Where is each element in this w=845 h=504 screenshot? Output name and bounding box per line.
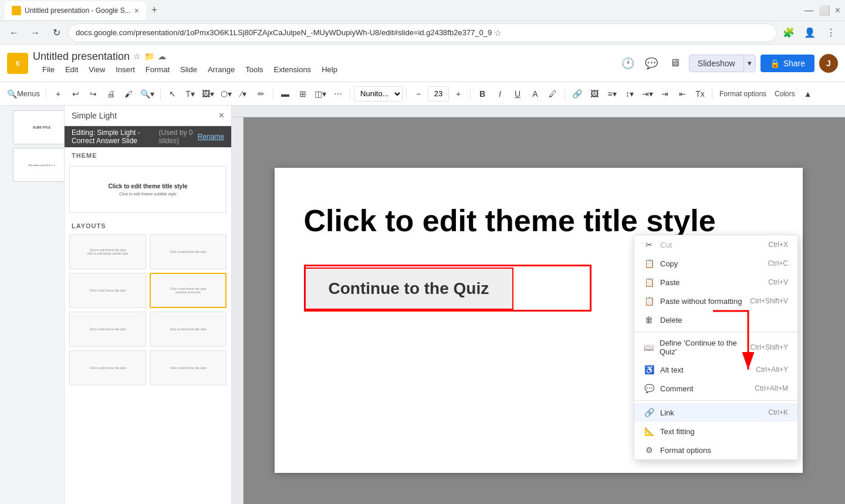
menu-help[interactable]: Help (317, 63, 342, 76)
layout-thumb-8[interactable]: Click to edit theme title style (150, 350, 227, 385)
ctx-comment[interactable]: 💬 Comment Ctrl+Alt+M (634, 379, 797, 398)
slide-button-container[interactable]: Continue to the Quiz (304, 268, 514, 310)
address-bar[interactable]: docs.google.com/presentation/d/1oPmx3O6K… (68, 23, 777, 42)
menu-file[interactable]: File (38, 63, 59, 76)
colors-button[interactable]: Colors (771, 86, 799, 102)
menu-tools[interactable]: Tools (241, 63, 268, 76)
search-menus-button[interactable]: 🔍 Menus (5, 86, 42, 102)
layout-thumb-7[interactable]: Click to edit theme title style (69, 350, 146, 385)
rename-button[interactable]: Rename (198, 133, 224, 141)
bookmark-icon[interactable]: ☆ (494, 28, 502, 38)
increase-indent-button[interactable]: ⇥ (657, 86, 673, 102)
star-icon[interactable]: ☆ (133, 52, 141, 61)
menu-slide[interactable]: Slide (175, 63, 202, 76)
presentation-title[interactable]: Untitled presentation (33, 50, 130, 63)
format-options-button[interactable]: Format options (716, 86, 770, 102)
add-slide-button[interactable]: + (50, 86, 66, 102)
comment-icon[interactable]: 💬 (642, 54, 661, 73)
transition-button[interactable]: ⋯ (330, 86, 346, 102)
redo-button[interactable]: ↪ (85, 86, 102, 102)
layout-thumb-3[interactable]: Click to edit theme title style (69, 273, 146, 308)
layout-thumb-6[interactable]: Click to edit theme title style (150, 312, 227, 347)
layout-thumb-4[interactable]: Click to edit theme title stylecontinue … (150, 273, 227, 308)
tab-close-icon[interactable]: × (134, 6, 139, 15)
font-color-button[interactable]: A (527, 86, 543, 102)
ctx-alt-text-shortcut: Ctrl+Alt+Y (756, 366, 788, 374)
slideshow-button[interactable]: Slideshow (689, 55, 743, 72)
new-tab-button[interactable]: + (146, 2, 163, 19)
decrease-indent-button[interactable]: ⇤ (674, 86, 691, 102)
layout-thumb-1[interactable]: Click to edit theme title styleClick to … (69, 234, 146, 269)
active-tab[interactable]: Untitled presentation - Google S... × (5, 1, 146, 20)
undo-button[interactable]: ↩ (67, 86, 84, 102)
indent-button[interactable]: ⇥▾ (639, 86, 655, 102)
cloud-save-icon[interactable]: ☁ (158, 52, 166, 61)
bold-button[interactable]: B (474, 86, 491, 102)
layout-thumb-2[interactable]: Click to edit theme title style (150, 234, 227, 269)
menu-edit[interactable]: Edit (60, 63, 83, 76)
paint-format-button[interactable]: 🖌 (120, 86, 137, 102)
menu-insert[interactable]: Insert (111, 63, 140, 76)
link-button[interactable]: 🔗 (569, 86, 585, 102)
zoom-button[interactable]: 🔍▾ (138, 86, 157, 102)
align-left-button[interactable]: ≡▾ (604, 86, 620, 102)
menu-arrange[interactable]: Arrange (203, 63, 239, 76)
slideshow-dropdown-button[interactable]: ▾ (743, 55, 755, 71)
clear-format-button[interactable]: Tx (692, 86, 708, 102)
ctx-copy[interactable]: 📋 Copy Ctrl+C (634, 254, 797, 273)
layout-button[interactable]: ⊞ (295, 86, 311, 102)
ctx-text-fitting-label: Text fitting (660, 427, 695, 436)
decrease-font-size-button[interactable]: − (410, 86, 427, 102)
underline-button[interactable]: U (509, 86, 526, 102)
user-avatar[interactable]: J (819, 54, 838, 73)
slide-2-thumb[interactable]: This theme is at #1-3 c= 1 (13, 148, 65, 182)
share-button[interactable]: 🔒 Share (760, 55, 814, 72)
lines-tool-button[interactable]: ∕▾ (235, 86, 252, 102)
text-tool-button[interactable]: T▾ (182, 86, 198, 102)
nav-right-icons: 🧩 👤 ⋮ (779, 23, 840, 42)
forward-button[interactable]: → (26, 23, 45, 42)
move-to-drive-icon[interactable]: 📁 (144, 52, 154, 61)
ctx-link[interactable]: 🔗 Link Ctrl+K (634, 403, 797, 422)
insert-image-button[interactable]: 🖼 (586, 86, 603, 102)
format-options-ctx-icon: ⚙ (644, 445, 654, 455)
theme-button[interactable]: ◫▾ (312, 86, 329, 102)
font-size-input[interactable] (428, 86, 449, 102)
profile-icon[interactable]: 👤 (800, 23, 819, 42)
layout-thumb-5[interactable]: Click to edit theme title style (69, 312, 146, 347)
menus-label: Menus (17, 89, 40, 98)
increase-font-size-button[interactable]: + (450, 86, 467, 102)
collapse-toolbar-button[interactable]: ▲ (800, 86, 816, 102)
ctx-cut[interactable]: ✂ Cut Ctrl+X (634, 235, 797, 254)
shape-tool-button[interactable]: ⬡▾ (218, 86, 234, 102)
present-options-icon[interactable]: 🖥 (665, 54, 684, 73)
ctx-text-fitting[interactable]: 📐 Text fitting (634, 422, 797, 441)
address-text: docs.google.com/presentation/d/1oPmx3O6K… (76, 28, 492, 37)
font-selector[interactable]: Nunito... (354, 86, 403, 102)
extensions-icon[interactable]: 🧩 (779, 23, 798, 42)
cursor-tool-button[interactable]: ↖ (164, 86, 181, 102)
theme-preview[interactable]: Click to edit theme title style Click to… (69, 166, 227, 213)
minimize-icon[interactable]: — (805, 5, 814, 16)
close-browser-icon[interactable]: × (835, 5, 840, 16)
italic-button[interactable]: I (492, 86, 508, 102)
back-button[interactable]: ← (5, 23, 23, 42)
background-button[interactable]: ▬ (277, 86, 293, 102)
pen-tool-button[interactable]: ✏ (253, 86, 269, 102)
more-options-icon[interactable]: ⋮ (822, 23, 840, 42)
print-button[interactable]: 🖨 (103, 86, 119, 102)
slide-button[interactable]: Continue to the Quiz (304, 268, 514, 310)
highlight-button[interactable]: 🖊 (545, 86, 561, 102)
reload-button[interactable]: ↻ (47, 23, 66, 42)
menu-view[interactable]: View (84, 63, 110, 76)
theme-panel-close-icon[interactable]: × (219, 110, 224, 121)
slide-1-thumb[interactable]: SLIDE TITLE (13, 110, 65, 144)
image-tool-button[interactable]: 🖼▾ (200, 86, 217, 102)
menu-format[interactable]: Format (141, 63, 174, 76)
maximize-icon[interactable]: ⬜ (819, 5, 830, 16)
ctx-format-options[interactable]: ⚙ Format options (634, 441, 797, 459)
menu-extensions[interactable]: Extensions (269, 63, 316, 76)
ctx-paste[interactable]: 📋 Paste Ctrl+V (634, 273, 797, 292)
line-spacing-button[interactable]: ↕▾ (621, 86, 638, 102)
history-icon[interactable]: 🕐 (618, 54, 637, 73)
